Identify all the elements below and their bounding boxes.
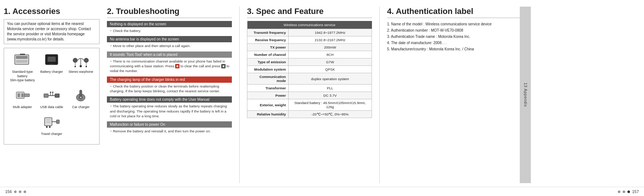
spec-table-row: TX power200mW	[247, 44, 372, 51]
spec-table-row: Modulation systemQPSK	[247, 66, 372, 73]
spec-table-row: Type of emissionG7W	[247, 58, 372, 66]
accessory-multi-adapter: Multi adapter	[8, 87, 37, 110]
svg-point-11	[80, 65, 82, 67]
trouble-header-1: Nothing is displayed on the screen	[107, 21, 232, 27]
svg-rect-2	[16, 56, 28, 59]
spec-table-row: PowerDC 3.7V	[247, 92, 372, 99]
svg-rect-19	[21, 93, 24, 97]
spec-label: Communication mode	[247, 73, 289, 85]
svg-rect-5	[48, 57, 56, 62]
trouble-item-4: The charging lamp of the charger blinks …	[107, 76, 232, 94]
sidebar-label: 13 Appendix	[523, 83, 528, 107]
accessory-multi-adapter-label: Multi adapter	[13, 105, 32, 110]
trouble-header-4: The charging lamp of the charger blinks …	[107, 76, 232, 83]
footer-right: 157	[618, 189, 639, 194]
svg-point-8	[73, 58, 77, 63]
section1-title: 1. Accessories	[4, 7, 100, 16]
svg-rect-22	[55, 94, 59, 97]
dot5	[623, 190, 625, 193]
battery-charger-icon	[41, 52, 62, 68]
dot1	[14, 190, 17, 193]
travel-charger-icon	[42, 114, 62, 131]
spec-label: Number of channel	[247, 51, 289, 58]
spec-table-row: Transmit frequency1942.8~1977.2MHz	[247, 29, 372, 36]
trouble-item-6: Malfunction or failure to power On − Rem…	[107, 121, 232, 133]
svg-rect-1	[20, 54, 25, 55]
accessory-usb-cable-label: USB data cable	[40, 105, 63, 110]
accessory-battery-flat-label: Standard-type batterySlim-type battery	[8, 70, 37, 83]
dot4	[618, 190, 620, 193]
spec-label: Exterior, weight	[247, 99, 289, 111]
section3-title: 3. Spec and Feature	[247, 7, 372, 18]
right-sidebar: 13 Appendix	[520, 7, 531, 183]
footer-left: 156	[5, 189, 26, 194]
page-number-left: 156	[5, 189, 12, 194]
accessory-battery-flat: Standard-type batterySlim-type battery	[8, 52, 37, 83]
footer: 156 157	[0, 187, 644, 196]
spec-value: G7W	[288, 58, 372, 66]
accessory-car-charger: Car charger	[66, 87, 95, 110]
stereo-earphone-icon	[71, 52, 91, 68]
auth-list: 1. Name of the model : Wireless communic…	[387, 21, 520, 52]
trouble-item-3: It sounds 'Toot-Toot' when a call is pla…	[107, 51, 232, 74]
spec-table-row: Communication modeduplex operation syste…	[247, 73, 372, 85]
trouble-body-4: − Check the battery position or clean th…	[107, 84, 232, 94]
svg-rect-7	[49, 64, 54, 65]
dot2	[19, 190, 21, 193]
svg-rect-6	[50, 62, 53, 64]
svg-point-9	[84, 58, 88, 63]
battery-flat-icon	[12, 52, 32, 68]
section-spec: 3. Spec and Feature Wireless communicati…	[240, 7, 380, 183]
spec-table-header: Wireless communications service	[247, 21, 372, 29]
multi-adapter-icon	[12, 87, 32, 104]
accessory-battery-charger: Battery charger	[37, 52, 66, 83]
spec-label: Power	[247, 92, 289, 99]
dot3	[24, 190, 26, 193]
trouble-header-5: Battery operating time does not comply w…	[107, 96, 232, 103]
svg-rect-18	[18, 93, 20, 97]
trouble-body-2: − Move to other place and then attempt a…	[107, 43, 232, 48]
spec-table-row: Receive frequency2132.8~2167.2MHz	[247, 36, 372, 44]
spec-label: Transmit frequency	[247, 29, 289, 36]
spec-label: Receive frequency	[247, 36, 289, 44]
page-number-right: 157	[632, 189, 639, 194]
spec-label: Modulation system	[247, 66, 289, 73]
spec-label: Type of emission	[247, 58, 289, 66]
spec-value: duplex operation system	[288, 73, 372, 85]
spec-table-row: TransformerPLL	[247, 85, 372, 92]
spec-value: 200mW	[288, 44, 372, 51]
accessory-car-charger-label: Car charger	[72, 105, 90, 110]
spec-label: Relative humidity	[247, 111, 289, 118]
car-charger-icon	[71, 87, 91, 104]
spec-table-row: Relative humidity-20℃~+50℃, 0%~95%	[247, 111, 372, 118]
spec-value: 1942.8~1977.2MHz	[288, 29, 372, 36]
svg-point-26	[52, 92, 53, 93]
svg-rect-32	[45, 118, 52, 126]
spec-label: Transformer	[247, 85, 289, 92]
section-troubleshooting: 2. Troubleshooting Nothing is displayed …	[107, 7, 240, 183]
accessories-row-1: Standard-type batterySlim-type battery B…	[8, 52, 95, 83]
trouble-header-2: No antenna bar is displayed on the scree…	[107, 36, 232, 42]
trouble-body-6: − Remove the battery and reinstall it, a…	[107, 129, 232, 133]
auth-list-item: 5. Manufacturer/country : Motorola Korea…	[387, 46, 520, 52]
accessory-usb-cable: USB data cable	[37, 87, 66, 110]
dot6	[627, 190, 630, 193]
accessories-grid: Standard-type batterySlim-type battery B…	[4, 48, 100, 145]
spec-value: Standard battery : 49.5mmX105mmX15.9mm, …	[288, 99, 372, 111]
accessory-stereo-earphone-label: Stereo earphone	[69, 70, 93, 74]
spec-value: 8CH	[288, 51, 372, 58]
svg-rect-17	[24, 94, 29, 97]
auth-list-item: 1. Name of the model : Wireless communic…	[387, 21, 520, 27]
svg-rect-33	[46, 126, 48, 128]
usb-cable-icon	[41, 87, 62, 104]
trouble-body-3: − There is no communication channel avai…	[107, 59, 232, 74]
section-accessories: 1. Accessories You can purchase optional…	[4, 7, 107, 183]
trouble-body-5: − The battery operating time reduces slo…	[107, 104, 232, 118]
spec-label: TX power	[247, 44, 289, 51]
section2-title: 2. Troubleshooting	[107, 7, 232, 18]
svg-point-25	[50, 92, 51, 93]
auth-list-item: 2. Authentication number : MOT-W-VE70-08…	[387, 27, 520, 33]
trouble-item-2: No antenna bar is displayed on the scree…	[107, 36, 232, 48]
trouble-body-1: − Check the battery.	[107, 28, 232, 33]
section4-title: 4. Authentication label	[387, 7, 520, 18]
